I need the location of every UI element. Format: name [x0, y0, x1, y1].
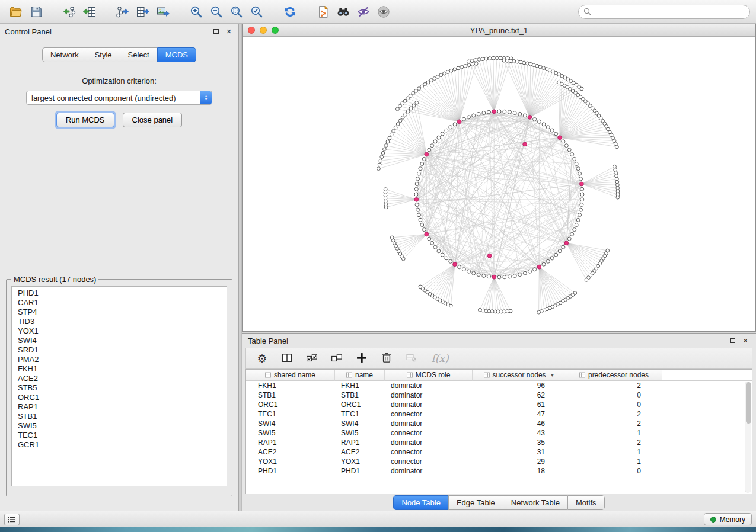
- select-all-button[interactable]: [304, 351, 320, 366]
- table-panel-titlebar: Table Panel ✕: [242, 334, 756, 348]
- table-row[interactable]: PHD1PHD1dominator180: [246, 466, 752, 476]
- column-layout-button[interactable]: [279, 351, 295, 366]
- tab-network-table[interactable]: Network Table: [503, 495, 567, 510]
- table-cell: dominator: [385, 381, 473, 390]
- delete-column-button[interactable]: [379, 351, 394, 366]
- table-scrollbar[interactable]: [745, 382, 751, 493]
- mcds-result-item[interactable]: SWI4: [12, 336, 227, 345]
- tab-network[interactable]: Network: [42, 47, 87, 62]
- save-session-button[interactable]: [26, 2, 46, 21]
- column-header-label: predecessor nodes: [588, 371, 649, 379]
- document-share-button[interactable]: [313, 2, 333, 21]
- column-header-shared-name[interactable]: shared name: [246, 370, 335, 381]
- refresh-view-button[interactable]: [280, 2, 300, 21]
- table-row[interactable]: ACE2ACE2connector311: [246, 447, 752, 457]
- mcds-result-item[interactable]: RAP1: [12, 402, 227, 412]
- find-button[interactable]: [333, 2, 353, 21]
- table-row[interactable]: STB1STB1dominator620: [246, 390, 752, 400]
- mcds-result-item[interactable]: SWI5: [12, 421, 227, 431]
- gear-button[interactable]: ⚙: [254, 351, 270, 366]
- zoom-selected-button[interactable]: [247, 2, 267, 21]
- import-network-button[interactable]: [59, 2, 79, 21]
- mcds-result-item[interactable]: ACE2: [12, 374, 227, 383]
- table-float-button[interactable]: [728, 336, 737, 345]
- mcds-result-item[interactable]: STB1: [12, 412, 227, 421]
- delete-column-icon: [381, 352, 393, 366]
- mcds-result-group: MCDS result (17 nodes) PHD1CAR1STP4TID3Y…: [6, 275, 232, 496]
- table-cell: connector: [385, 428, 473, 438]
- mcds-result-item[interactable]: PMA2: [12, 355, 227, 364]
- mcds-result-item[interactable]: PHD1: [12, 289, 227, 298]
- close-panel-action-button[interactable]: Close panel: [123, 113, 183, 127]
- table-cell: 35: [473, 438, 566, 447]
- mcds-result-list[interactable]: PHD1CAR1STP4TID3YOX1SWI4SRD1PMA2FKH1ACE2…: [11, 286, 227, 486]
- network-canvas[interactable]: [243, 37, 755, 331]
- show-details-button[interactable]: [374, 2, 394, 21]
- tab-node-table[interactable]: Node Table: [393, 495, 448, 510]
- export-image-button[interactable]: [153, 2, 173, 21]
- table-cell: connector: [385, 447, 473, 457]
- table-sort-icon: [407, 372, 413, 378]
- scrollbar-thumb[interactable]: [746, 382, 751, 424]
- node-table: shared namenameMCDS rolesuccessor nodes▼…: [245, 369, 752, 494]
- deselect-all-button[interactable]: [329, 351, 344, 366]
- mcds-result-item[interactable]: CAR1: [12, 298, 227, 307]
- criterion-dropdown[interactable]: largest connected component (undirected)…: [26, 91, 212, 105]
- mcds-result-item[interactable]: YOX1: [12, 326, 227, 336]
- table-sort-icon: [579, 372, 585, 378]
- window-close-icon[interactable]: [248, 27, 255, 34]
- window-minimize-icon[interactable]: [260, 27, 267, 34]
- mcds-result-item[interactable]: FKH1: [12, 364, 227, 374]
- close-panel-button[interactable]: ✕: [224, 27, 234, 36]
- column-header-mcds-role[interactable]: MCDS role: [385, 370, 473, 381]
- mcds-result-item[interactable]: TID3: [12, 317, 227, 326]
- zoom-in-button[interactable]: [186, 2, 206, 21]
- mcds-result-item[interactable]: GCR1: [12, 440, 227, 450]
- table-row[interactable]: FKH1FKH1dominator962: [246, 381, 752, 390]
- search-box[interactable]: [578, 5, 750, 19]
- memory-button[interactable]: Memory: [704, 513, 752, 525]
- tab-motifs[interactable]: Motifs: [567, 495, 605, 510]
- table-row[interactable]: SWI4SWI4dominator462: [246, 419, 752, 428]
- import-table-icon: [82, 5, 97, 19]
- open-file-button[interactable]: [6, 2, 26, 21]
- mcds-result-item[interactable]: ORC1: [12, 393, 227, 402]
- mcds-result-item[interactable]: STP4: [12, 307, 227, 317]
- search-input[interactable]: [594, 8, 745, 16]
- find-icon: [336, 5, 350, 19]
- function-button[interactable]: f(x): [429, 351, 451, 366]
- import-table-disabled-button[interactable]: [404, 351, 419, 366]
- export-table-button[interactable]: [133, 2, 153, 21]
- tab-select[interactable]: Select: [120, 47, 157, 62]
- export-network-button[interactable]: [113, 2, 133, 21]
- add-column-button[interactable]: [354, 351, 369, 366]
- task-history-button[interactable]: [4, 514, 20, 525]
- zoom-fit-button[interactable]: [227, 2, 247, 21]
- main-toolbar: [0, 0, 756, 24]
- tab-mcds[interactable]: MCDS: [157, 47, 196, 62]
- column-header-predecessor-nodes[interactable]: predecessor nodes: [566, 370, 662, 381]
- column-header-name[interactable]: name: [335, 370, 385, 381]
- table-row[interactable]: SWI5SWI5connector431: [246, 428, 752, 438]
- table-close-button[interactable]: ✕: [741, 336, 750, 345]
- table-row[interactable]: ORC1ORC1dominator610: [246, 400, 752, 409]
- mcds-result-item[interactable]: TEC1: [12, 431, 227, 440]
- window-zoom-icon[interactable]: [272, 27, 279, 34]
- network-graph: [243, 37, 755, 331]
- tab-edge-table[interactable]: Edge Table: [448, 495, 503, 510]
- table-cell: 0: [566, 390, 662, 400]
- mcds-result-item[interactable]: SRD1: [12, 345, 227, 355]
- table-row[interactable]: YOX1YOX1connector291: [246, 457, 752, 466]
- table-cell: TEC1: [335, 409, 385, 419]
- table-cell-filler: [662, 419, 752, 428]
- import-table-button[interactable]: [79, 2, 100, 21]
- hide-details-button[interactable]: [353, 2, 374, 21]
- table-row[interactable]: RAP1RAP1dominator352: [246, 438, 752, 447]
- run-mcds-button[interactable]: Run MCDS: [56, 113, 114, 127]
- table-row[interactable]: TEC1TEC1connector472: [246, 409, 752, 419]
- float-panel-button[interactable]: [211, 27, 221, 36]
- zoom-out-button[interactable]: [206, 2, 227, 21]
- column-header-successor-nodes[interactable]: successor nodes▼: [473, 370, 566, 381]
- tab-style[interactable]: Style: [87, 47, 120, 62]
- mcds-result-item[interactable]: STB5: [12, 383, 227, 393]
